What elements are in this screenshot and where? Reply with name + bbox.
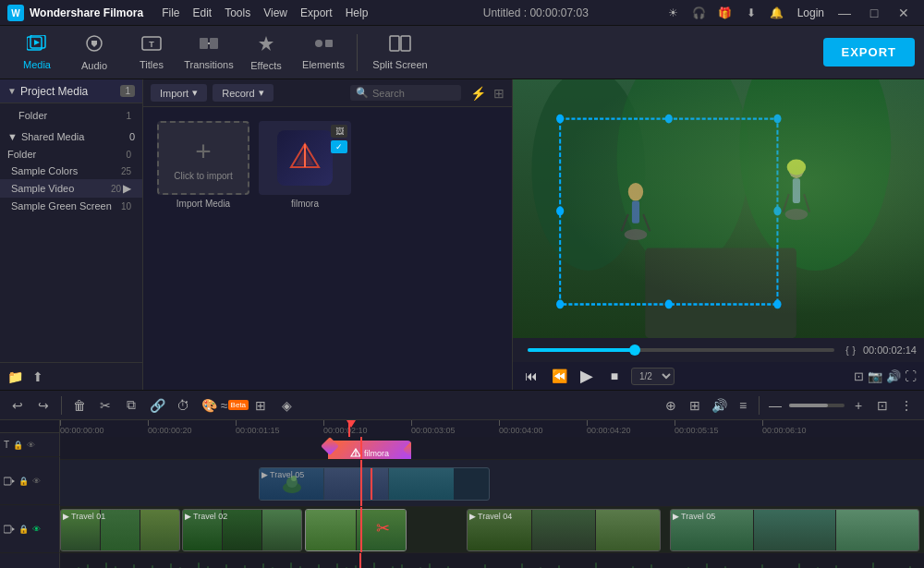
main-area: ▼ Project Media 1 Folder 1 ▼ Shared Medi… <box>0 79 924 391</box>
zoom-slider[interactable] <box>789 404 845 407</box>
travel04-name: Travel 04 <box>478 512 512 521</box>
playhead-triangle <box>346 420 356 428</box>
export-button[interactable]: EXPORT <box>823 38 915 66</box>
import-icon[interactable]: ⬆ <box>32 369 43 384</box>
pip-icon[interactable]: ⊡ <box>854 369 864 383</box>
add-folder-icon[interactable]: 📁 <box>7 369 23 384</box>
zoom-in-btn[interactable]: + <box>848 395 869 416</box>
travel03-clip[interactable] <box>305 509 407 551</box>
sidebar-item-sample-green[interactable]: Sample Green Screen 10 <box>0 198 142 214</box>
travel02-name: Travel 02 <box>193 512 227 521</box>
sidebar-item-shared-media[interactable]: ▼ Shared Media 0 <box>0 127 142 146</box>
close-btn[interactable]: ✕ <box>891 4 917 22</box>
tl-divider-2 <box>759 396 760 415</box>
audio-detach-btn[interactable]: 🔗 <box>147 395 167 416</box>
menu-file[interactable]: File <box>162 6 179 19</box>
search-input[interactable] <box>372 88 456 99</box>
cut-line <box>371 468 372 500</box>
travel01-clip[interactable]: ▶Travel 01 <box>60 509 180 551</box>
speed-btn[interactable]: ⏱ <box>173 395 193 416</box>
overlay-track-header: 🔒 👁 <box>0 457 60 505</box>
eye-main-icon[interactable]: 👁 <box>32 525 41 534</box>
folder-label: Folder <box>18 110 126 121</box>
download-icon[interactable]: ⬇ <box>740 2 762 24</box>
travel02-label: ▶Travel 02 <box>185 512 227 521</box>
travel02-clip[interactable]: ▶Travel 02 <box>182 509 302 551</box>
snapshot-icon[interactable]: 📷 <box>868 369 882 383</box>
toolbar-audio[interactable]: Audio <box>67 29 122 77</box>
play-btn[interactable]: ▶ <box>576 365 598 387</box>
toolbar-media[interactable]: Media <box>9 29 65 77</box>
svg-marker-4 <box>34 40 40 45</box>
toolbar-transitions[interactable]: Transitions <box>181 29 237 77</box>
record-button[interactable]: Record ▾ <box>213 84 273 102</box>
filter-icon[interactable]: ⚡ <box>470 86 486 101</box>
lock-main-icon[interactable]: 🔒 <box>18 525 29 534</box>
menu-view[interactable]: View <box>263 6 287 19</box>
bracket-left: { <box>845 345 848 356</box>
fullscreen-icon[interactable]: ⛶ <box>905 369 917 383</box>
mask-btn[interactable]: ◈ <box>276 395 297 416</box>
toolbar-elements[interactable]: Elements <box>296 29 351 77</box>
sun-icon[interactable]: ☀ <box>663 2 685 24</box>
sidebar-item-sample-video[interactable]: Sample Video 20 ▶ <box>0 179 142 198</box>
grid-icon[interactable]: ⊞ <box>493 86 505 101</box>
audio-mixer-btn[interactable]: ≡ <box>733 395 753 416</box>
menu-export[interactable]: Export <box>300 6 333 19</box>
progress-bar[interactable] <box>528 348 834 352</box>
more-btn[interactable]: ⋮ <box>896 395 917 416</box>
progress-thumb <box>629 344 640 356</box>
toolbar-titles[interactable]: T Titles <box>124 29 179 77</box>
sidebar-item-shared-folder[interactable]: Folder 0 <box>0 146 142 163</box>
toolbar-effects[interactable]: Effects <box>238 29 294 77</box>
lock-text-icon[interactable]: 🔒 <box>13 441 23 450</box>
sidebar-item-sample-colors[interactable]: Sample Colors 25 <box>0 163 142 179</box>
expand-icon: ▼ <box>7 86 17 96</box>
stop-btn[interactable]: ■ <box>603 365 626 387</box>
magnet-btn[interactable]: ⊕ <box>661 395 681 416</box>
maximize-btn[interactable]: □ <box>861 4 887 22</box>
filmora-watermark-clip[interactable]: filmora <box>328 441 411 459</box>
eye-overlay-icon[interactable]: 👁 <box>32 477 41 486</box>
frame-back-btn[interactable]: ⏪ <box>548 365 570 387</box>
import-media-thumb[interactable]: + Click to import Import Media <box>157 121 249 209</box>
panel-footer: 📁 ⬆ <box>0 362 142 390</box>
overlay-clip-group[interactable]: ▶ Travel 05 <box>259 467 490 501</box>
eye-text-icon[interactable]: 👁 <box>27 441 35 450</box>
speaker-btn[interactable]: 🔊 <box>709 395 729 416</box>
cut-btn[interactable]: ✂ <box>95 395 116 416</box>
volume-icon[interactable]: 🔊 <box>886 369 901 383</box>
import-button[interactable]: Import ▾ <box>151 84 207 102</box>
sidebar-item-folder[interactable]: Folder 1 <box>0 107 142 124</box>
svg-point-21 <box>617 79 749 271</box>
crop-btn[interactable]: ⊞ <box>250 395 271 416</box>
progress-fill <box>528 348 635 352</box>
quality-select[interactable]: 1/2 1/4 Full <box>631 368 675 385</box>
gift-icon[interactable]: 🎁 <box>714 2 736 24</box>
travel04-clip[interactable]: ▶Travel 04 <box>467 509 661 551</box>
minimize-btn[interactable]: — <box>832 4 857 22</box>
lock-overlay-icon[interactable]: 🔒 <box>18 477 29 486</box>
skip-back-btn[interactable]: ⏮ <box>520 365 542 387</box>
redo-btn[interactable]: ↪ <box>33 395 54 416</box>
menu-edit[interactable]: Edit <box>192 6 212 19</box>
ripple-btn[interactable]: ⊞ <box>685 395 705 416</box>
svg-point-40 <box>665 115 673 124</box>
headset-icon[interactable]: 🎧 <box>688 2 711 24</box>
preview-progress: { } 00:00:02:14 <box>513 338 924 362</box>
login-btn[interactable]: Login <box>797 6 824 19</box>
color-btn[interactable]: 🎨 <box>199 395 219 416</box>
menu-help[interactable]: Help <box>346 6 369 19</box>
copy-btn[interactable]: ⧉ <box>121 395 141 416</box>
menu-tools[interactable]: Tools <box>225 6 250 19</box>
toolbar-split-screen[interactable]: Split Screen <box>363 29 437 77</box>
svg-marker-45 <box>12 479 15 483</box>
travel05-clip[interactable]: ▶Travel 05 <box>670 509 919 551</box>
zoom-out-btn[interactable]: — <box>765 395 785 416</box>
delete-btn[interactable]: 🗑 <box>69 395 90 416</box>
fit-btn[interactable]: ⊡ <box>872 395 893 416</box>
stabilize-btn[interactable]: ≈ Beta <box>225 395 245 416</box>
filmora-thumb[interactable]: 🖼 ✓ filmora <box>259 121 351 209</box>
undo-btn[interactable]: ↩ <box>7 395 28 416</box>
bell-icon[interactable]: 🔔 <box>766 2 788 24</box>
